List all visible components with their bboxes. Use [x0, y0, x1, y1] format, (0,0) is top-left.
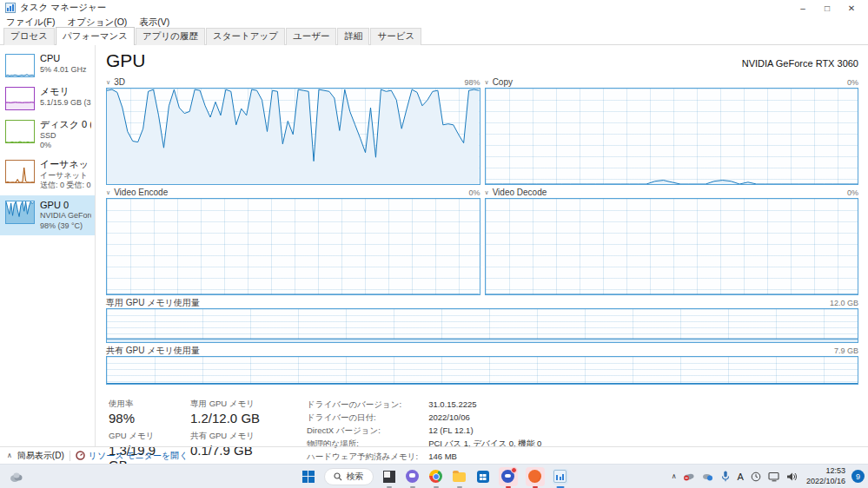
cpu-mini-chart: [5, 54, 35, 77]
tab-details[interactable]: 詳細: [337, 28, 369, 45]
running-indicator: [410, 486, 415, 488]
tab-processes[interactable]: プロセス: [3, 28, 55, 45]
directx-version-label: DirectX バージョン:: [307, 425, 418, 437]
chart-label-shared-memory: 共有 GPU メモリ使用量: [106, 345, 200, 357]
resource-monitor-link[interactable]: リソース モニターを開く: [76, 450, 189, 462]
task-manager-icon: [553, 470, 567, 483]
display-cast-icon[interactable]: [768, 471, 780, 483]
driver-version-value: 31.0.15.2225: [428, 399, 541, 411]
running-indicator-alert: [533, 486, 538, 488]
search-icon: [334, 472, 342, 481]
chart-label-video-decode: Video Decode: [493, 188, 547, 197]
tab-bar: プロセス パフォーマンス アプリの履歴 スタートアップ ユーザー 詳細 サービス: [0, 29, 868, 45]
gpu-panel: GPU NVIDIA GeForce RTX 3060 ∨ 3D 98%: [96, 45, 868, 446]
messenger-app-icon: [501, 470, 514, 483]
onedrive-error-icon[interactable]: [683, 471, 695, 483]
dedicated-memory-label: 専用 GPU メモリ: [190, 399, 293, 410]
chart-video-encode: [106, 198, 480, 295]
taskbar-app-messenger-attention[interactable]: [499, 467, 518, 486]
ime-mode-indicator[interactable]: A: [738, 472, 744, 482]
sidebar-item-cpu[interactable]: CPU 5% 4.01 GHz: [0, 49, 95, 82]
gpu-memory-label: GPU メモリ: [109, 431, 176, 442]
disk-title: ディスク 0 (C:): [40, 119, 91, 131]
minimize-button[interactable]: –: [792, 1, 814, 15]
chart-label-dedicated-memory: 専用 GPU メモリ使用量: [106, 297, 200, 309]
running-indicator-alert: [506, 486, 511, 488]
microphone-icon[interactable]: [719, 471, 732, 483]
sidebar-item-ethernet[interactable]: イーサネット イーサネット 送信: 0 受信: 0 Kbps: [0, 155, 95, 195]
resource-monitor-label: リソース モニターを開く: [89, 450, 189, 462]
ethernet-mini-chart: [5, 160, 35, 183]
taskbar-app-file-explorer[interactable]: [452, 469, 467, 485]
chevron-down-icon[interactable]: ∨: [485, 189, 489, 196]
chart-block-copy: ∨ Copy 0%: [485, 75, 859, 185]
speaker-icon[interactable]: [786, 471, 798, 483]
titlebar: タスク マネージャー – □ ✕: [0, 0, 868, 16]
orange-app-icon: [528, 470, 541, 483]
microsoft-store-icon: [477, 471, 489, 483]
chat-app-icon: [406, 470, 419, 483]
notification-count-badge[interactable]: 9: [851, 470, 865, 483]
taskbar-app-screenshot-tool[interactable]: [381, 469, 397, 485]
sidebar-item-memory[interactable]: メモリ 5.1/15.9 GB (32%): [0, 82, 95, 115]
taskbar-app-task-manager[interactable]: [553, 469, 568, 485]
tab-users[interactable]: ユーザー: [286, 28, 337, 45]
taskbar-app-orange-attention[interactable]: [526, 467, 545, 486]
running-indicator: [434, 486, 439, 488]
running-indicator-active: [556, 486, 564, 488]
taskbar-clock[interactable]: 12:53 2022/10/16: [806, 466, 845, 486]
menu-view[interactable]: 表示(V): [139, 16, 169, 29]
taskbar-app-chat[interactable]: [405, 469, 421, 485]
task-manager-footer: ∧ 簡易表示(D) リソース モニターを開く: [0, 446, 868, 464]
gpu-title: GPU 0: [40, 200, 91, 212]
clock-tray-icon[interactable]: [750, 471, 762, 483]
simple-view-button[interactable]: 簡易表示(D): [17, 450, 64, 462]
chart-block-video-encode: ∨ Video Encode 0%: [106, 185, 480, 295]
tab-startup[interactable]: スタートアップ: [206, 28, 285, 45]
gpu-mini-chart: [5, 201, 35, 224]
tab-performance[interactable]: パフォーマンス: [56, 27, 135, 45]
taskbar: 検索: [0, 464, 868, 488]
gpu-name: NVIDIA GeForce R...: [40, 211, 91, 221]
task-manager-app-icon: [5, 3, 16, 13]
chevron-up-icon: ∧: [7, 452, 12, 459]
chart-value-dedicated-memory: 12.0 GB: [830, 299, 858, 307]
desktop: タスク マネージャー – □ ✕ ファイル(F) オプション(O) 表示(V) …: [0, 0, 868, 488]
chevron-down-icon[interactable]: ∨: [106, 79, 110, 86]
maximize-button[interactable]: □: [816, 1, 838, 15]
start-button[interactable]: [301, 469, 316, 485]
tab-services[interactable]: サービス: [370, 28, 421, 45]
tray-show-hidden-icons[interactable]: ∧: [672, 472, 677, 480]
chart-value-video-decode: 0%: [847, 188, 858, 197]
clock-time: 12:53: [806, 466, 845, 476]
chevron-down-icon[interactable]: ∨: [485, 79, 489, 86]
memory-stats: 5.1/15.9 GB (32%): [40, 98, 91, 108]
close-button[interactable]: ✕: [840, 1, 863, 15]
sidebar-item-gpu[interactable]: GPU 0 NVIDIA GeForce R... 98% (39 °C): [0, 195, 95, 235]
chevron-down-icon[interactable]: ∨: [106, 189, 110, 196]
chart-value-video-encode: 0%: [468, 188, 480, 197]
clock-date: 2022/10/16: [806, 477, 845, 486]
chart-dedicated-memory: [106, 308, 858, 343]
chart-block-shared-memory: 共有 GPU メモリ使用量 7.9 GB: [106, 343, 858, 385]
menu-file[interactable]: ファイル(F): [6, 16, 55, 29]
chart-video-decode: [485, 198, 859, 295]
cpu-stats: 5% 4.01 GHz: [40, 65, 87, 75]
taskbar-app-chrome[interactable]: [428, 469, 444, 485]
chart-shared-memory: [106, 356, 858, 385]
file-explorer-icon: [453, 472, 466, 482]
screenshot-app-icon: [383, 471, 395, 483]
taskbar-search[interactable]: 検索: [324, 468, 374, 485]
sidebar-item-disk[interactable]: ディスク 0 (C:) SSD 0%: [0, 115, 95, 155]
weather-widget-icon[interactable]: [9, 471, 24, 483]
running-indicator: [387, 486, 392, 488]
disk-type: SSD: [40, 131, 91, 141]
tab-app-history[interactable]: アプリの履歴: [136, 28, 205, 45]
cloud-sync-icon[interactable]: [701, 471, 713, 483]
windows-logo-icon: [302, 471, 315, 483]
chart-block-video-decode: ∨ Video Decode 0%: [485, 185, 859, 295]
disk-usage: 0%: [40, 141, 91, 150]
taskbar-app-store[interactable]: [475, 469, 491, 485]
chart-block-dedicated-memory: 専用 GPU メモリ使用量 12.0 GB: [106, 295, 858, 343]
memory-title: メモリ: [40, 86, 91, 98]
